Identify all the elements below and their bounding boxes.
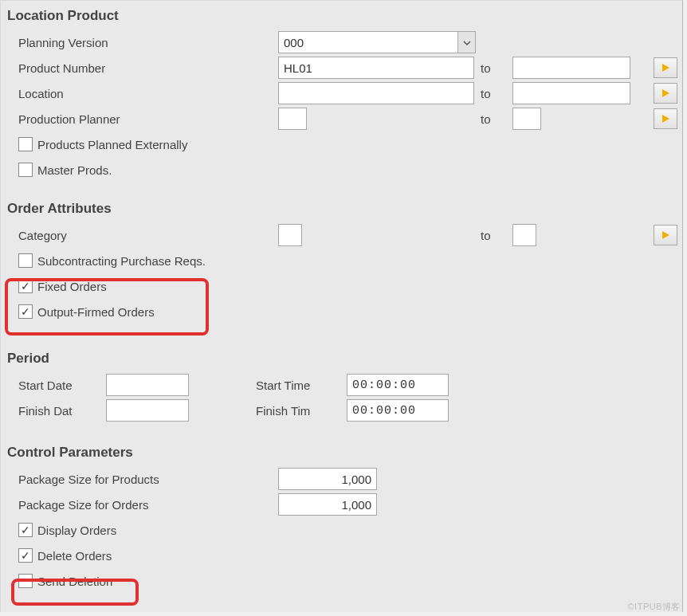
row-start-date: Start Date Start Time — [7, 373, 677, 397]
products-external-label: Products Planned Externally — [37, 138, 187, 151]
row-fixed-orders: ✓ Fixed Orders — [7, 274, 677, 298]
pkg-orders-input[interactable] — [278, 493, 377, 516]
row-subcontracting: ✓ Subcontracting Purchase Reqs. — [7, 249, 677, 273]
master-prods-checkbox[interactable]: ✓ — [18, 163, 33, 177]
label-planning-version: Planning Version — [7, 36, 278, 49]
selection-screen: Location Product Planning Version Produc… — [0, 0, 683, 612]
arrow-right-icon — [662, 115, 669, 123]
row-pkg-orders: Package Size for Orders — [7, 492, 677, 516]
row-category: Category to — [7, 223, 677, 247]
row-pkg-products: Package Size for Products — [7, 467, 677, 491]
label-finish-date: Finish Dat — [7, 404, 106, 418]
section-title-period: Period — [7, 351, 677, 367]
pkg-products-input[interactable] — [278, 468, 377, 490]
send-deletion-label: Send Deletion — [37, 575, 112, 588]
section-title-location-product: Location Product — [7, 8, 677, 24]
arrow-right-icon — [662, 89, 669, 97]
chevron-down-icon — [463, 36, 471, 49]
label-finish-time: Finish Tim — [256, 404, 347, 418]
row-display-orders: ✓ Display Orders — [7, 518, 677, 542]
subcontracting-label: Subcontracting Purchase Reqs. — [37, 254, 206, 268]
row-product-number: Product Number to — [7, 56, 677, 80]
category-multiselect-button[interactable] — [654, 225, 677, 245]
section-title-order-attributes: Order Attributes — [7, 201, 677, 217]
arrow-right-icon — [662, 64, 669, 72]
to-label: to — [474, 87, 512, 100]
row-master-prods: ✓ Master Prods. — [7, 158, 677, 182]
row-production-planner: Production Planner to — [7, 107, 677, 131]
fixed-orders-checkbox[interactable]: ✓ — [18, 279, 33, 293]
category-to-input[interactable] — [512, 224, 536, 246]
finish-date-input[interactable] — [106, 399, 189, 422]
row-finish-date: Finish Dat Finish Tim — [7, 398, 677, 422]
location-to-input[interactable] — [512, 82, 630, 104]
finish-time-input[interactable] — [347, 399, 449, 422]
production-planner-from-input[interactable] — [278, 108, 307, 130]
start-date-input[interactable] — [106, 374, 189, 396]
label-start-time: Start Time — [256, 379, 347, 392]
watermark: ©ITPUB博客 — [628, 601, 681, 613]
to-label: to — [474, 61, 512, 75]
row-send-deletion: ✓ Send Deletion — [7, 569, 677, 593]
product-number-from-input[interactable] — [278, 57, 474, 79]
planning-version-input[interactable] — [278, 31, 458, 53]
section-title-control: Control Parameters — [7, 445, 677, 461]
delete-orders-checkbox[interactable]: ✓ — [18, 548, 33, 563]
row-location: Location to — [7, 81, 677, 105]
location-multiselect-button[interactable] — [654, 83, 677, 104]
start-time-input[interactable] — [347, 374, 449, 396]
category-from-input[interactable] — [278, 224, 302, 246]
product-number-multiselect-button[interactable] — [654, 57, 677, 78]
to-label: to — [474, 229, 512, 242]
row-planning-version: Planning Version — [7, 30, 677, 54]
label-product-number: Product Number — [7, 61, 278, 75]
label-start-date: Start Date — [7, 379, 106, 392]
arrow-right-icon — [662, 231, 669, 239]
fixed-orders-label: Fixed Orders — [37, 280, 107, 293]
master-prods-label: Master Prods. — [37, 163, 112, 177]
products-external-checkbox[interactable]: ✓ — [18, 137, 33, 151]
send-deletion-checkbox[interactable]: ✓ — [18, 574, 33, 588]
output-firmed-checkbox[interactable]: ✓ — [18, 304, 33, 319]
production-planner-to-input[interactable] — [512, 108, 541, 130]
output-firmed-label: Output-Firmed Orders — [37, 305, 155, 319]
label-location: Location — [7, 87, 278, 100]
product-number-to-input[interactable] — [512, 57, 630, 79]
subcontracting-checkbox[interactable]: ✓ — [18, 253, 33, 268]
label-pkg-orders: Package Size for Orders — [7, 498, 278, 512]
row-products-external: ✓ Products Planned Externally — [7, 132, 677, 156]
location-from-input[interactable] — [278, 82, 474, 104]
production-planner-multiselect-button[interactable] — [654, 108, 677, 129]
label-production-planner: Production Planner — [7, 112, 278, 126]
planning-version-dropdown-button[interactable] — [458, 31, 476, 53]
delete-orders-label: Delete Orders — [37, 549, 112, 563]
display-orders-checkbox[interactable]: ✓ — [18, 523, 33, 537]
row-output-firmed: ✓ Output-Firmed Orders — [7, 300, 677, 324]
row-delete-orders: ✓ Delete Orders — [7, 543, 677, 567]
display-orders-label: Display Orders — [37, 524, 116, 537]
to-label: to — [474, 112, 512, 126]
label-category: Category — [7, 229, 278, 242]
label-pkg-products: Package Size for Products — [7, 473, 278, 486]
